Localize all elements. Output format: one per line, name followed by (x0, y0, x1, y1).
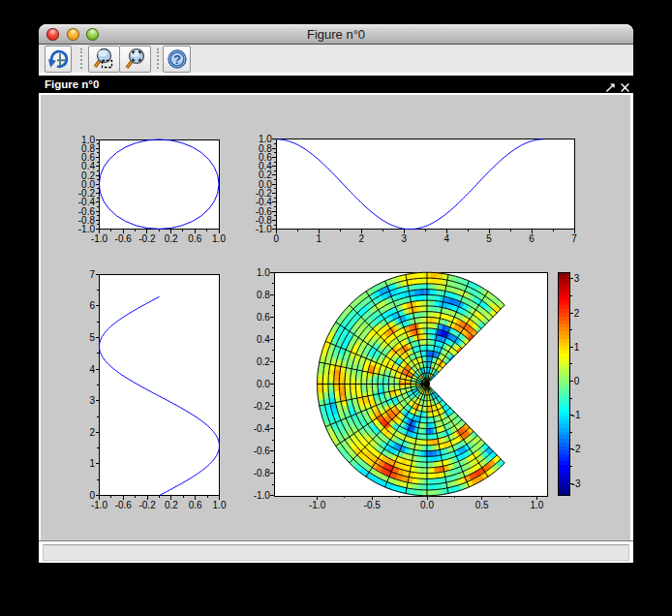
svg-text:1: 1 (574, 342, 580, 353)
svg-text:1: 1 (317, 233, 322, 244)
svg-text:7: 7 (89, 269, 95, 280)
svg-text:1.0: 1.0 (259, 134, 272, 144)
svg-text:2: 2 (359, 233, 365, 244)
svg-text:3: 3 (89, 395, 95, 406)
svg-text:0.6: 0.6 (189, 500, 202, 510)
svg-text:0.4: 0.4 (257, 334, 270, 345)
svg-text:-0.4: -0.4 (254, 423, 271, 434)
svg-text:2: 2 (89, 427, 95, 438)
svg-text:1.0: 1.0 (212, 233, 226, 244)
svg-text:3: 3 (401, 233, 407, 244)
svg-text:0: 0 (89, 490, 95, 501)
svg-text:-0.6: -0.6 (115, 233, 133, 244)
svg-text:-3: -3 (572, 478, 581, 489)
svg-text:-0.6: -0.6 (254, 446, 271, 456)
svg-text:-0.2: -0.2 (254, 401, 271, 412)
svg-text:-0.8: -0.8 (254, 468, 271, 478)
svg-text:0.8: 0.8 (257, 290, 270, 300)
svg-text:1.0: 1.0 (257, 267, 270, 278)
svg-text:1: 1 (89, 458, 95, 469)
svg-text:0.2: 0.2 (165, 500, 178, 510)
svg-text:?: ? (173, 52, 181, 67)
svg-text:2: 2 (574, 308, 580, 319)
svg-text:-0.2: -0.2 (138, 500, 156, 510)
svg-text:-1: -1 (572, 410, 581, 420)
svg-text:0.0: 0.0 (420, 500, 434, 510)
svg-text:-1.0: -1.0 (91, 233, 108, 244)
svg-text:0.2: 0.2 (257, 356, 270, 367)
svg-text:1.0: 1.0 (81, 135, 95, 145)
svg-text:7: 7 (571, 233, 577, 244)
svg-text:-1.0: -1.0 (254, 490, 271, 501)
svg-text:0: 0 (274, 233, 280, 244)
svg-text:0.5: 0.5 (475, 500, 489, 510)
svg-text:0: 0 (574, 376, 580, 386)
svg-text:3: 3 (574, 273, 580, 284)
svg-text:-2: -2 (572, 444, 581, 454)
svg-text:-0.2: -0.2 (138, 233, 156, 244)
svg-text:0.6: 0.6 (257, 312, 270, 323)
svg-text:4: 4 (89, 364, 95, 375)
svg-text:1.0: 1.0 (530, 500, 543, 510)
svg-text:4: 4 (443, 233, 449, 244)
svg-text:0.2: 0.2 (165, 233, 178, 244)
svg-text:1.0: 1.0 (213, 500, 227, 510)
svg-text:0.0: 0.0 (257, 379, 270, 389)
svg-text:5: 5 (89, 332, 95, 343)
svg-text:5: 5 (486, 233, 492, 244)
svg-text:-0.6: -0.6 (115, 500, 133, 510)
svg-text:-1.0: -1.0 (309, 500, 326, 510)
svg-text:0.6: 0.6 (188, 233, 201, 244)
svg-text:-1.0: -1.0 (91, 500, 108, 510)
svg-text:6: 6 (529, 233, 535, 244)
svg-text:6: 6 (89, 300, 95, 311)
svg-text:-0.5: -0.5 (364, 500, 382, 510)
